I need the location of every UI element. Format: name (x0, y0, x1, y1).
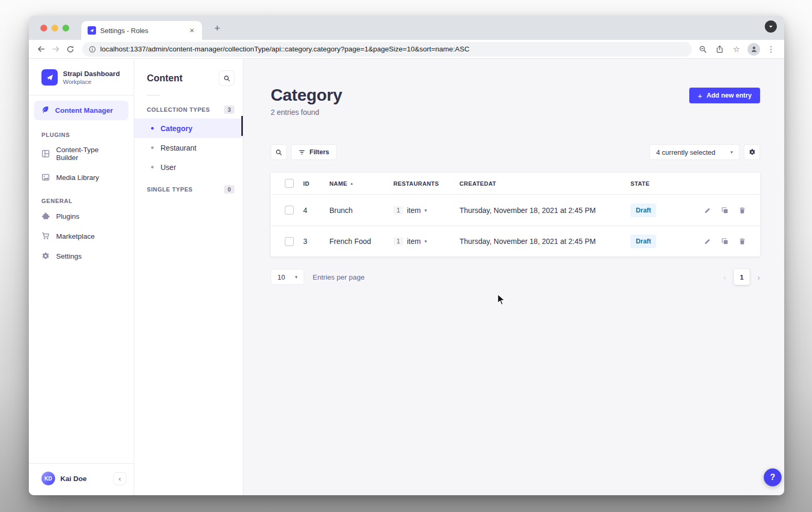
cell-restaurants[interactable]: 1 item ▾ (393, 237, 460, 246)
chevron-down-icon: ▾ (730, 150, 733, 155)
new-tab-button[interactable]: + (210, 22, 224, 35)
zoom-window-button[interactable] (62, 25, 69, 31)
section-label-plugins: PLUGINS (41, 132, 121, 138)
filters-label: Filters (309, 148, 329, 156)
toolbar-actions: ☆ ⋮ (697, 43, 779, 56)
browser-toolbar: localhost:1337/admin/content-manager/col… (29, 40, 784, 59)
close-window-button[interactable] (40, 25, 47, 31)
reload-icon[interactable] (63, 42, 77, 56)
shopping-cart-icon (41, 232, 50, 240)
column-header-createdat[interactable]: CREATEDAT (460, 180, 631, 187)
pagination: 10 ▾ Entries per page ‹ 1 › (271, 269, 760, 285)
chevron-down-icon: ▾ (295, 274, 297, 280)
share-icon[interactable] (714, 44, 725, 55)
sidebar-item-content-manager[interactable]: Content Manager (34, 101, 129, 120)
view-settings-button[interactable] (744, 144, 760, 160)
single-types-label: SINGLE TYPES (147, 186, 193, 193)
brand-title: Strapi Dashboard (63, 70, 120, 78)
column-header-state[interactable]: STATE (631, 180, 696, 187)
table-row[interactable]: 4 Brunch 1 item ▾ Thursday, November 18,… (271, 195, 760, 226)
sidebar-item-plugins[interactable]: Plugins (29, 206, 134, 226)
column-header-name[interactable]: NAME ▲ (329, 180, 393, 187)
browser-window: Settings - Roles × + localhost:1337/admi… (29, 16, 784, 495)
content-subnav: Content COLLECTION TYPES 3 Category Rest… (134, 59, 243, 495)
address-bar[interactable]: localhost:1337/admin/content-manager/col… (82, 42, 692, 57)
delete-icon[interactable] (739, 238, 746, 245)
sidebar-item-label: Content Manager (55, 106, 113, 114)
back-icon[interactable] (34, 42, 48, 56)
bullet-icon (151, 166, 154, 168)
status-badge: Draft (631, 234, 656, 248)
subnav-item-label: Category (161, 124, 193, 133)
add-new-entry-button[interactable]: + Add new entry (689, 88, 760, 103)
collapse-sidebar-button[interactable]: ‹ (113, 472, 126, 485)
table-actionbar: Filters 4 currently selected ▾ (271, 144, 760, 160)
forward-icon[interactable] (49, 42, 62, 56)
entries-found: 2 entries found (271, 108, 760, 116)
minimize-window-button[interactable] (51, 25, 58, 31)
filters-button[interactable]: Filters (291, 144, 337, 160)
browser-menu-icon[interactable]: ⋮ (765, 44, 777, 55)
relation-count-badge: 1 (393, 237, 403, 246)
row-checkbox[interactable] (285, 206, 294, 215)
table-row[interactable]: 3 French Food 1 item ▾ Thursday, Novembe… (271, 226, 760, 257)
cell-name: French Food (329, 237, 393, 246)
column-header-label: NAME (329, 180, 347, 187)
search-icon[interactable] (219, 70, 234, 86)
add-new-entry-label: Add new entry (707, 92, 752, 99)
subnav-title: Content (147, 73, 183, 84)
field-selector-dropdown[interactable]: 4 currently selected ▾ (649, 144, 740, 160)
url-text[interactable]: localhost:1337/admin/content-manager/col… (100, 45, 469, 53)
section-label-general: GENERAL (41, 198, 121, 204)
single-types-count: 0 (224, 185, 234, 194)
column-header-id[interactable]: ID (303, 180, 329, 187)
feather-pen-icon (41, 105, 49, 115)
relation-count-badge: 1 (393, 206, 403, 215)
window-controls (40, 25, 69, 31)
browser-tab-strip: Settings - Roles × + (29, 16, 784, 40)
next-page-icon[interactable]: › (757, 273, 760, 282)
duplicate-icon[interactable] (721, 207, 729, 214)
sidebar-item-content-type-builder[interactable]: Content-Type Builder (29, 140, 134, 167)
sort-ascending-icon: ▲ (350, 182, 354, 185)
sidebar-item-label: Plugins (56, 212, 79, 220)
tab-close-icon[interactable]: × (187, 26, 197, 35)
browser-profile-avatar[interactable] (747, 43, 760, 56)
entries-per-page-label: Entries per page (313, 273, 365, 281)
previous-page-icon[interactable]: ‹ (723, 273, 726, 282)
subnav-item-restaurant[interactable]: Restaurant (134, 138, 243, 157)
zoom-out-icon[interactable] (697, 44, 709, 55)
cell-restaurants[interactable]: 1 item ▾ (393, 206, 460, 215)
row-checkbox[interactable] (285, 237, 294, 246)
column-header-restaurants[interactable]: RESTAURANTS (393, 180, 460, 187)
edit-icon[interactable] (704, 238, 711, 245)
delete-icon[interactable] (739, 207, 746, 214)
cell-createdat: Thursday, November 18, 2021 at 2:45 PM (460, 206, 631, 215)
strapi-favicon-icon (88, 26, 96, 35)
browser-tab[interactable]: Settings - Roles × (81, 21, 202, 40)
workspace-brand[interactable]: Strapi Dashboard Workplace (29, 59, 134, 93)
subnav-item-category[interactable]: Category (134, 119, 243, 138)
help-button[interactable]: ? (764, 468, 782, 486)
sidebar-item-marketplace[interactable]: Marketplace (29, 226, 134, 246)
avatar[interactable]: KD (41, 472, 55, 485)
sidebar-item-media-library[interactable]: Media Library (29, 167, 134, 187)
page-title: Category (271, 86, 760, 105)
strapi-app: Strapi Dashboard Workplace Content Manag… (29, 59, 784, 495)
page-size-dropdown[interactable]: 10 ▾ (271, 269, 304, 285)
site-info-icon[interactable] (89, 46, 96, 53)
current-page-button[interactable]: 1 (734, 269, 750, 285)
collection-types-label: COLLECTION TYPES (147, 106, 210, 113)
subnav-item-user[interactable]: User (134, 157, 243, 177)
scrollbar-thumb[interactable] (241, 116, 243, 136)
sidebar-item-settings[interactable]: Settings (29, 246, 134, 266)
relation-label: item (407, 206, 421, 215)
plus-icon: + (698, 91, 702, 100)
sidebar-item-label: Media Library (56, 174, 99, 182)
bookmark-star-icon[interactable]: ☆ (731, 44, 742, 55)
edit-icon[interactable] (704, 207, 711, 214)
tab-search-icon[interactable] (765, 20, 777, 33)
search-icon[interactable] (271, 144, 287, 160)
select-all-checkbox[interactable] (285, 179, 294, 188)
duplicate-icon[interactable] (721, 238, 729, 245)
